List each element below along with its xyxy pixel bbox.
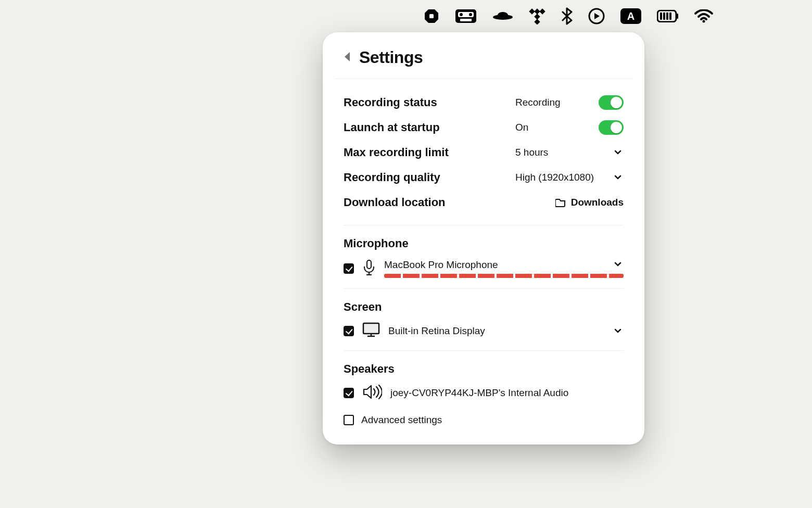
download-location-button[interactable]: Downloads	[555, 197, 624, 208]
svg-point-24	[703, 20, 705, 23]
svg-rect-22	[666, 12, 668, 20]
chevron-down-icon	[614, 150, 621, 155]
recording-quality-select[interactable]: High (1920x1080)	[515, 172, 624, 184]
svg-marker-25	[345, 52, 350, 61]
max-recording-limit-label: Max recording limit	[344, 146, 515, 159]
download-location-row: Download location Downloads	[344, 190, 624, 214]
monitor-icon	[362, 322, 380, 340]
tidal-icon[interactable]	[529, 8, 545, 24]
speaker-icon	[362, 384, 382, 402]
svg-rect-19	[677, 14, 678, 19]
launch-startup-value: On	[515, 122, 528, 133]
svg-rect-12	[534, 14, 540, 19]
chevron-down-icon	[614, 328, 621, 334]
svg-rect-30	[363, 323, 379, 334]
svg-rect-21	[663, 12, 665, 20]
screen-row: Built-in Retina Display	[334, 319, 633, 343]
advanced-settings-row[interactable]: Advanced settings	[334, 405, 633, 429]
svg-rect-26	[367, 260, 371, 269]
svg-rect-9	[534, 8, 540, 14]
svg-rect-1	[429, 14, 434, 18]
max-recording-limit-chevron[interactable]	[612, 147, 624, 159]
recording-quality-chevron[interactable]	[612, 172, 624, 184]
launch-startup-row: Launch at startup On	[344, 116, 624, 139]
svg-marker-15	[594, 13, 600, 19]
max-recording-limit-row: Max recording limit 5 hours	[344, 141, 624, 164]
microphone-checkbox[interactable]	[344, 263, 354, 274]
max-recording-limit-value: 5 hours	[515, 147, 548, 158]
launch-startup-label: Launch at startup	[344, 121, 515, 134]
download-location-value: Downloads	[571, 197, 624, 208]
launch-startup-toggle[interactable]	[599, 120, 624, 135]
microphone-select[interactable]: MacBook Pro Microphone	[384, 259, 624, 271]
menubar: A	[424, 7, 713, 25]
recording-status-value: Recording	[515, 97, 561, 108]
speakers-row: joey-CV0RYP44KJ-MBP's Internal Audio	[334, 381, 633, 405]
microphone-row: MacBook Pro Microphone	[334, 256, 633, 281]
recording-status-label: Recording status	[344, 96, 515, 109]
svg-rect-10	[529, 8, 535, 14]
panel-header: Settings	[334, 48, 633, 79]
microphone-level-meter	[384, 274, 624, 278]
recording-status-toggle[interactable]	[599, 95, 624, 110]
advanced-settings-checkbox[interactable]	[344, 415, 354, 425]
download-location-label: Download location	[344, 196, 515, 209]
svg-rect-6	[460, 19, 472, 21]
cassette-icon[interactable]	[455, 8, 477, 24]
back-button[interactable]	[344, 51, 351, 64]
page-title: Settings	[359, 48, 423, 67]
screen-checkbox[interactable]	[344, 326, 354, 336]
wifi-icon[interactable]	[694, 9, 713, 23]
recording-quality-value: High (1920x1080)	[515, 172, 594, 183]
microphone-heading: Microphone	[334, 225, 633, 256]
svg-rect-11	[539, 8, 545, 14]
battery-icon[interactable]	[657, 10, 679, 22]
chevron-down-icon	[614, 175, 621, 180]
recording-quality-label: Recording quality	[344, 171, 515, 184]
max-recording-limit-select[interactable]: 5 hours	[515, 147, 624, 159]
microphone-chevron[interactable]	[612, 259, 624, 271]
chevron-down-icon	[614, 262, 621, 267]
svg-point-5	[469, 13, 472, 16]
play-circle-icon[interactable]	[588, 8, 605, 24]
screen-chevron[interactable]	[612, 325, 624, 337]
folder-icon	[555, 198, 566, 207]
svg-rect-23	[669, 12, 671, 20]
ufo-icon[interactable]	[492, 10, 513, 22]
general-settings: Recording status Recording Launch at sta…	[334, 79, 633, 225]
stop-icon[interactable]	[424, 8, 439, 24]
input-source-icon[interactable]: A	[620, 8, 641, 24]
settings-panel: Settings Recording status Recording Laun…	[323, 32, 644, 444]
microphone-device-name: MacBook Pro Microphone	[384, 259, 498, 271]
svg-point-8	[498, 12, 508, 18]
svg-rect-20	[660, 12, 662, 20]
screen-device-name: Built-in Retina Display	[388, 325, 485, 337]
screen-heading: Screen	[334, 289, 633, 319]
microphone-icon	[362, 259, 376, 278]
speakers-device-name: joey-CV0RYP44KJ-MBP's Internal Audio	[390, 387, 568, 399]
recording-quality-row: Recording quality High (1920x1080)	[344, 166, 624, 189]
svg-rect-13	[534, 19, 540, 24]
svg-text:A: A	[627, 10, 635, 22]
screen-select[interactable]: Built-in Retina Display	[388, 325, 624, 337]
speakers-select[interactable]: joey-CV0RYP44KJ-MBP's Internal Audio	[390, 387, 624, 399]
recording-status-row: Recording status Recording	[344, 91, 624, 115]
back-icon	[344, 51, 351, 62]
speakers-heading: Speakers	[334, 351, 633, 381]
svg-point-4	[460, 13, 463, 16]
speakers-checkbox[interactable]	[344, 388, 354, 398]
advanced-settings-label: Advanced settings	[361, 414, 442, 426]
bluetooth-icon[interactable]	[561, 7, 573, 25]
